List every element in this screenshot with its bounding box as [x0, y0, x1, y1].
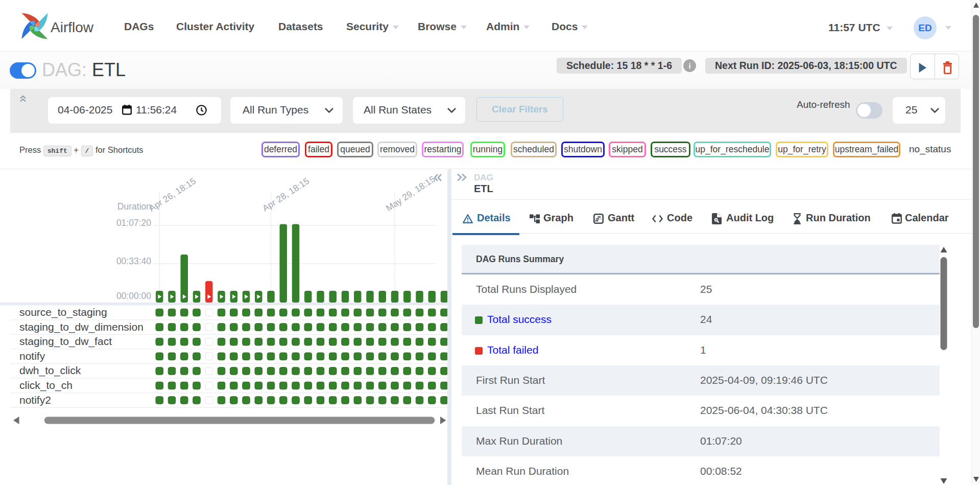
svg-text:notify2: notify2 [19, 394, 51, 406]
svg-text:Duration: Duration [117, 201, 151, 212]
svg-text:source_to_staging: source_to_staging [19, 306, 107, 318]
svg-text:click_to_ch: click_to_ch [19, 379, 73, 391]
svg-text:00:00:00: 00:00:00 [116, 291, 151, 301]
svg-text:staging_to_dw_fact: staging_to_dw_fact [19, 335, 112, 348]
svg-text:notify: notify [19, 350, 45, 362]
svg-text:Apr 28, 18:15: Apr 28, 18:15 [260, 176, 311, 214]
svg-text:Apr 26, 18:15: Apr 26, 18:15 [147, 176, 198, 214]
svg-text:00:33:40: 00:33:40 [116, 256, 151, 266]
svg-text:01:07:20: 01:07:20 [116, 218, 151, 228]
svg-text:staging_to_dw_dimension: staging_to_dw_dimension [19, 321, 144, 333]
svg-text:May 29, 18:15: May 29, 18:15 [384, 174, 437, 213]
svg-text:dwh_to_click: dwh_to_click [19, 364, 81, 377]
